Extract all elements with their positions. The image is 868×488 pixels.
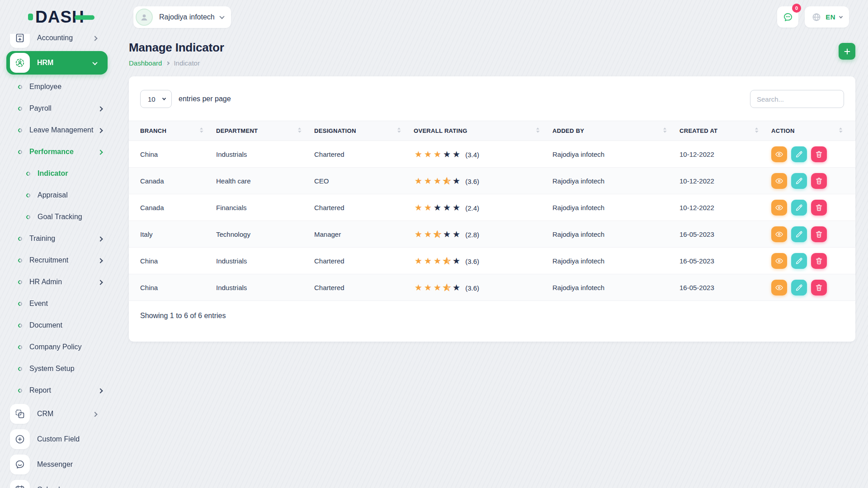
sidebar-item-payroll[interactable]: Payroll xyxy=(0,98,114,119)
sidebar-item-indicator[interactable]: Indicator xyxy=(0,163,114,184)
column-header-overall-rating[interactable]: OVERALL RATING xyxy=(414,121,552,141)
table-row: China Industrials Chartered ★★★★★★ (3.6)… xyxy=(129,274,855,301)
edit-button[interactable] xyxy=(791,280,807,296)
pencil-icon xyxy=(795,283,803,292)
sidebar-item-hr-admin[interactable]: HR Admin xyxy=(0,271,114,293)
entries-per-page-select[interactable]: 10 xyxy=(140,90,172,108)
star-empty-icon: ★ xyxy=(452,283,461,292)
star-rating: ★★★★★★ xyxy=(414,177,461,185)
edit-button[interactable] xyxy=(791,226,807,242)
language-code: EN xyxy=(826,13,835,21)
star-full-icon: ★ xyxy=(433,257,442,265)
delete-button[interactable] xyxy=(811,146,827,162)
sidebar-item-appraisal[interactable]: Appraisal xyxy=(0,184,114,206)
edit-button[interactable] xyxy=(791,253,807,269)
column-header-added-by[interactable]: ADDED BY xyxy=(552,121,679,141)
view-button[interactable] xyxy=(771,146,787,162)
edit-button[interactable] xyxy=(791,200,807,216)
cell-department: Industrials xyxy=(216,141,314,168)
breadcrumb-dashboard-link[interactable]: Dashboard xyxy=(129,59,162,67)
column-header-department[interactable]: DEPARTMENT xyxy=(216,121,314,141)
sidebar-item-company-policy[interactable]: Company Policy xyxy=(0,336,114,358)
bullet-icon xyxy=(17,366,23,372)
rating-value: (2.8) xyxy=(465,231,479,239)
column-header-designation[interactable]: DESIGNATION xyxy=(314,121,414,141)
edit-button[interactable] xyxy=(791,146,807,162)
search-input[interactable] xyxy=(750,90,844,108)
delete-button[interactable] xyxy=(811,200,827,216)
sidebar-item-hrm[interactable]: HRM xyxy=(6,51,108,75)
column-header-branch[interactable]: BRANCH xyxy=(129,121,216,141)
rating-value: (3.6) xyxy=(465,178,479,185)
cell-designation: Manager xyxy=(314,221,414,248)
logo-accent-dot xyxy=(28,14,33,20)
cell-added-by: Rajodiya infotech xyxy=(552,141,679,168)
rating-value: (3.4) xyxy=(465,151,479,159)
cell-designation: CEO xyxy=(314,168,414,194)
sidebar-item-messenger[interactable]: Messenger xyxy=(6,452,108,477)
table-row: Italy Technology Manager ★★★★★★ (2.8) Ra… xyxy=(129,221,855,248)
logo-accent-dash xyxy=(75,15,94,19)
chevron-down-icon xyxy=(839,14,843,18)
star-empty-icon: ★ xyxy=(442,203,452,212)
trash-icon xyxy=(815,230,823,239)
delete-button[interactable] xyxy=(811,280,827,296)
cell-added-by: Rajodiya infotech xyxy=(552,221,679,248)
trash-icon xyxy=(815,257,823,265)
add-indicator-button[interactable] xyxy=(839,43,855,60)
sidebar-item-document[interactable]: Document xyxy=(0,314,114,336)
eye-icon xyxy=(775,150,783,159)
sidebar-item-custom-field[interactable]: Custom Field xyxy=(6,427,108,452)
star-rating: ★★★★★★ xyxy=(414,230,461,239)
sidebar-item-recruitment[interactable]: Recruitment xyxy=(0,249,114,271)
sidebar-item-accounting[interactable]: Accounting xyxy=(6,34,108,50)
chevron-right-icon xyxy=(166,61,170,65)
messenger-button[interactable]: 0 xyxy=(777,6,798,28)
column-header-created-at[interactable]: CREATED AT xyxy=(679,121,771,141)
delete-button[interactable] xyxy=(811,173,827,189)
breadcrumb-current: Indicator xyxy=(174,59,200,67)
sidebar-item-event[interactable]: Event xyxy=(0,293,114,314)
language-selector[interactable]: EN xyxy=(805,6,849,28)
sidebar-item-training[interactable]: Training xyxy=(0,228,114,249)
sidebar-item-goal-tracking[interactable]: Goal Tracking xyxy=(0,206,114,228)
pencil-icon xyxy=(795,177,803,185)
delete-button[interactable] xyxy=(811,253,827,269)
table-row: China Industrials Chartered ★★★★★★ (3.6)… xyxy=(129,248,855,274)
chevron-right-icon xyxy=(98,258,103,263)
cell-branch: Canada xyxy=(129,194,216,221)
delete-button[interactable] xyxy=(811,226,827,242)
table-footer-text: Showing 1 to 6 of 6 entries xyxy=(129,301,855,320)
sidebar-item-calendar[interactable]: Calendar xyxy=(6,477,108,488)
cell-branch: Italy xyxy=(129,221,216,248)
sidebar-item-crm[interactable]: CRM xyxy=(6,401,108,427)
cell-branch: China xyxy=(129,141,216,168)
sidebar-item-system-setup[interactable]: System Setup xyxy=(0,358,114,380)
star-empty-icon: ★ xyxy=(433,203,442,212)
view-button[interactable] xyxy=(771,200,787,216)
star-empty-icon: ★ xyxy=(452,150,461,159)
cell-overall-rating: ★★★★★ (3.4) xyxy=(414,141,552,168)
cell-actions xyxy=(771,168,855,194)
star-half-icon: ★★ xyxy=(433,230,442,239)
sidebar-item-leave-management[interactable]: Leave Management xyxy=(0,119,114,141)
sidebar-item-performance[interactable]: Performance xyxy=(0,141,114,163)
cell-created-at: 16-05-2023 xyxy=(679,248,771,274)
star-half-icon: ★★ xyxy=(442,283,452,292)
view-button[interactable] xyxy=(771,226,787,242)
chevron-right-icon xyxy=(92,412,97,417)
topbar: DASH Rajodiya infotech 0 EN xyxy=(0,0,868,34)
eye-icon xyxy=(775,230,783,239)
sidebar-item-report[interactable]: Report xyxy=(0,380,114,401)
app-logo[interactable]: DASH xyxy=(28,9,85,25)
bullet-icon xyxy=(17,106,23,112)
column-header-action[interactable]: ACTION xyxy=(771,121,855,141)
view-button[interactable] xyxy=(771,173,787,189)
view-button[interactable] xyxy=(771,253,787,269)
company-selector[interactable]: Rajodiya infotech xyxy=(133,6,231,28)
sidebar-item-employee[interactable]: Employee xyxy=(0,76,114,98)
view-button[interactable] xyxy=(771,280,787,296)
bullet-icon xyxy=(17,258,23,263)
edit-button[interactable] xyxy=(791,173,807,189)
cell-overall-rating: ★★★★★★ (2.8) xyxy=(414,221,552,248)
